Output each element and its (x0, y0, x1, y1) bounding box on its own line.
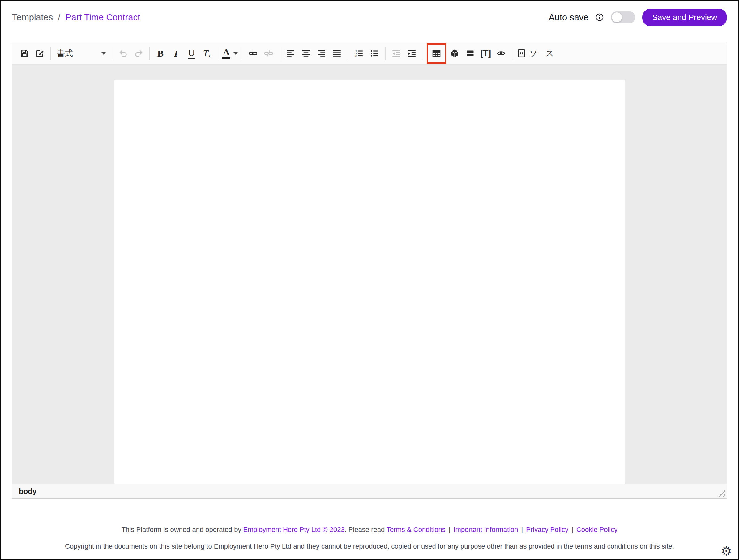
breadcrumb-templates-link[interactable]: Templates (12, 12, 53, 23)
chevron-down-icon (234, 52, 238, 57)
top-bar: Templates / Part Time Contract Auto save… (1, 1, 738, 34)
company-link[interactable]: Employment Hero Pty Ltd © 2023 (243, 526, 345, 533)
toggle-knob (612, 12, 622, 22)
align-center-button[interactable] (298, 44, 314, 62)
editor-content-area (12, 64, 727, 484)
token-icon: [T] (480, 48, 491, 58)
align-right-icon (317, 48, 326, 58)
autosave-toggle[interactable] (611, 11, 635, 23)
insert-block-button[interactable] (447, 44, 463, 62)
underline-icon: U (188, 48, 195, 59)
insert-token-button[interactable]: [T] (478, 44, 493, 62)
footer-divider: | (521, 526, 523, 533)
toolbar-separator (512, 47, 512, 60)
bulleted-list-icon (370, 48, 379, 58)
align-center-icon (301, 48, 311, 58)
info-icon[interactable] (595, 13, 604, 22)
justify-button[interactable] (329, 44, 345, 62)
unlink-broken-chain-icon (264, 48, 273, 58)
footer-divider: | (449, 526, 450, 533)
redo-arrow-icon (134, 48, 143, 58)
rich-text-editor: 書式 B I (12, 42, 727, 499)
unlink-button (261, 44, 276, 62)
bulleted-list-button[interactable] (367, 44, 382, 62)
bold-icon: B (157, 49, 164, 58)
stacked-blocks-icon (465, 48, 475, 58)
element-path-body[interactable]: body (19, 487, 36, 496)
source-button-label: ソース (529, 48, 554, 59)
insert-section-button[interactable] (463, 44, 478, 62)
cube-icon (450, 48, 459, 58)
link-chain-icon (248, 48, 258, 58)
toolbar-separator (423, 47, 423, 60)
save-and-preview-button[interactable]: Save and Preview (642, 9, 727, 26)
undo-button (115, 44, 131, 62)
text-color-icon: A (222, 48, 231, 59)
element-path-bar: body (12, 484, 727, 499)
terms-conditions-link[interactable]: Terms & Conditions (387, 526, 446, 533)
toolbar-separator (112, 47, 112, 60)
numbered-list-icon: 123 (354, 48, 363, 58)
table-icon (432, 48, 441, 58)
chevron-down-icon (102, 52, 106, 57)
format-dropdown-label: 書式 (57, 48, 73, 59)
toolbar-separator (149, 47, 150, 60)
undo-arrow-icon (118, 48, 128, 58)
remove-format-icon: Tx (203, 48, 211, 58)
increase-indent-button[interactable] (404, 44, 420, 62)
toolbar-separator (242, 47, 243, 60)
insert-link-button[interactable] (246, 44, 261, 62)
source-code-icon (517, 48, 526, 58)
text-color-button[interactable]: A (221, 44, 239, 62)
floppy-save-icon (19, 48, 29, 58)
resize-grip[interactable] (718, 490, 725, 497)
header-actions: Auto save Save and Preview (549, 9, 727, 26)
toolbar-separator (348, 47, 348, 60)
eye-icon (496, 48, 506, 58)
svg-text:3: 3 (355, 54, 357, 57)
document-page[interactable] (114, 80, 625, 484)
save-document-button[interactable] (16, 44, 32, 62)
toolbar-separator (50, 47, 51, 60)
toolbar-separator (280, 47, 280, 60)
table-button-highlight (427, 43, 446, 64)
settings-gear-icon[interactable]: ⚙ (721, 545, 732, 557)
align-left-icon (286, 48, 295, 58)
breadcrumb: Templates / Part Time Contract (12, 12, 140, 23)
remove-format-button[interactable]: Tx (199, 44, 214, 62)
privacy-policy-link[interactable]: Privacy Policy (526, 526, 568, 533)
new-document-button[interactable] (32, 44, 47, 62)
redo-button (131, 44, 146, 62)
italic-button[interactable]: I (168, 44, 184, 62)
align-right-button[interactable] (314, 44, 329, 62)
edit-pencil-icon (35, 48, 44, 58)
footer-copyright-line: Copyright in the documents on this site … (1, 542, 738, 550)
cookie-policy-link[interactable]: Cookie Policy (576, 526, 617, 533)
outdent-icon (392, 48, 401, 58)
breadcrumb-separator: / (58, 12, 60, 23)
format-style-dropdown[interactable]: 書式 (54, 44, 109, 62)
source-button[interactable]: ソース (515, 44, 555, 62)
insert-table-button[interactable] (429, 44, 444, 62)
align-left-button[interactable] (283, 44, 298, 62)
autosave-label: Auto save (549, 12, 588, 23)
preview-button[interactable] (493, 44, 509, 62)
footer-legal-line: This Platform is owned and operated by E… (1, 526, 738, 534)
editor-toolbar: 書式 B I (12, 42, 727, 64)
bold-button[interactable]: B (153, 44, 168, 62)
justify-icon (332, 48, 342, 58)
breadcrumb-current-page: Part Time Contract (65, 12, 140, 23)
numbered-list-button[interactable]: 123 (351, 44, 367, 62)
underline-button[interactable]: U (184, 44, 199, 62)
footer-text: . Please read (345, 526, 387, 533)
decrease-indent-button (389, 44, 404, 62)
toolbar-separator (385, 47, 386, 60)
indent-icon (407, 48, 417, 58)
footer-divider: | (571, 526, 573, 533)
important-information-link[interactable]: Important Information (453, 526, 518, 533)
italic-icon: I (174, 49, 178, 58)
footer-text: This Platform is owned and operated by (122, 526, 243, 533)
